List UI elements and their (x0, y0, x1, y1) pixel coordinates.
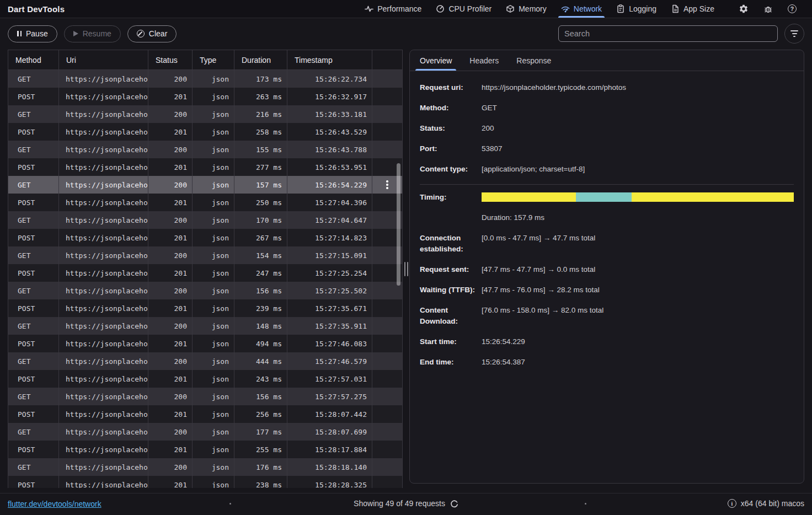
detail-value: 15:26:54.229 (482, 336, 525, 347)
cell-type: json (193, 229, 234, 246)
cell-status: 201 (148, 335, 193, 352)
cell-status: 201 (148, 194, 193, 211)
cell-status: 201 (148, 88, 193, 105)
tab-memory[interactable]: Memory (499, 0, 554, 18)
row-menu-icon[interactable] (386, 180, 388, 189)
clear-button[interactable]: Clear (127, 25, 177, 42)
tab-app-size[interactable]: App Size (664, 0, 722, 18)
cell-status: 200 (148, 246, 193, 264)
table-row[interactable]: POSThttps://jsonplaceholde201json255 ms1… (8, 441, 402, 458)
tab-performance[interactable]: Performance (357, 0, 429, 18)
tab-logging[interactable]: Logging (609, 0, 664, 18)
table-row[interactable]: POSThttps://jsonplaceholde201json494 ms1… (8, 335, 402, 352)
table-row[interactable]: POSThttps://jsonplaceholde201json263 ms1… (8, 88, 402, 105)
table-scrollbar[interactable] (397, 163, 400, 286)
tab-headers[interactable]: Headers (468, 50, 500, 71)
cell-menu (372, 476, 402, 488)
column-header-duration[interactable]: Duration (234, 50, 287, 69)
network-icon (561, 4, 570, 13)
column-header-timestamp[interactable]: Timestamp (287, 50, 372, 69)
detail-value: 200 (482, 123, 494, 134)
cell-duration: 154 ms (234, 246, 287, 264)
table-row[interactable]: GEThttps://jsonplaceholde200json173 ms15… (8, 70, 402, 88)
table-header-row: Method Uri Status Type Duration Timestam… (8, 50, 402, 70)
cell-menu (372, 88, 402, 105)
settings-button[interactable] (731, 0, 756, 18)
table-row[interactable]: POSThttps://jsonplaceholde201json250 ms1… (8, 194, 402, 211)
cell-type: json (193, 105, 234, 123)
cell-type: json (193, 282, 234, 299)
tab-overview[interactable]: Overview (419, 50, 453, 71)
cell-duration: 277 ms (234, 158, 287, 176)
table-row[interactable]: GEThttps://jsonplaceholde200json156 ms15… (8, 388, 402, 405)
cell-method: POST (8, 299, 59, 317)
cell-timestamp: 15:27:57.275 (287, 388, 372, 405)
column-header-method[interactable]: Method (8, 50, 59, 69)
cell-duration: 256 ms (234, 405, 287, 423)
column-header-type[interactable]: Type (193, 50, 234, 69)
filter-button[interactable] (784, 24, 804, 44)
refresh-icon[interactable] (450, 500, 458, 508)
detail-row: Content type:[application/json; charset=… (420, 164, 794, 175)
timing-row: Timing: (420, 192, 794, 203)
cell-type: json (193, 246, 234, 264)
table-row[interactable]: GEThttps://jsonplaceholde200json176 ms15… (8, 458, 402, 476)
table-row[interactable]: POSThttps://jsonplaceholde201json277 ms1… (8, 158, 402, 176)
cell-menu (372, 335, 402, 352)
cell-timestamp: 15:27:25.502 (287, 282, 372, 299)
table-row[interactable]: POSThttps://jsonplaceholde201json267 ms1… (8, 229, 402, 246)
cell-timestamp: 15:26:32.917 (287, 88, 372, 105)
table-row[interactable]: POSThttps://jsonplaceholde201json243 ms1… (8, 370, 402, 388)
search-input[interactable] (558, 25, 778, 42)
tab-network[interactable]: Network (554, 0, 609, 18)
table-row[interactable]: GEThttps://jsonplaceholde200json157 ms15… (8, 176, 402, 194)
cell-method: GET (8, 352, 59, 370)
cell-status: 200 (148, 423, 193, 441)
resume-button[interactable]: Resume (64, 25, 121, 42)
panel-splitter[interactable] (403, 50, 409, 488)
tab-label: Logging (629, 4, 656, 13)
cell-status: 200 (148, 388, 193, 405)
help-button[interactable]: ? (780, 0, 804, 18)
table-row[interactable]: GEThttps://jsonplaceholde200json156 ms15… (8, 282, 402, 299)
cell-menu (372, 441, 402, 458)
devtools-docs-link[interactable]: flutter.dev/devtools/network (8, 500, 101, 508)
cell-uri: https://jsonplaceholde (59, 458, 148, 476)
table-row[interactable]: GEThttps://jsonplaceholde200json444 ms15… (8, 352, 402, 370)
cell-method: GET (8, 423, 59, 441)
table-row[interactable]: POSThttps://jsonplaceholde201json256 ms1… (8, 405, 402, 423)
table-row[interactable]: GEThttps://jsonplaceholde200json170 ms15… (8, 211, 402, 229)
table-row[interactable]: GEThttps://jsonplaceholde200json177 ms15… (8, 423, 402, 441)
cell-timestamp: 15:27:35.671 (287, 299, 372, 317)
cell-duration: 258 ms (234, 123, 287, 141)
cell-menu (372, 352, 402, 370)
cell-timestamp: 15:28:18.140 (287, 458, 372, 476)
table-row[interactable]: GEThttps://jsonplaceholde200json148 ms15… (8, 317, 402, 335)
cell-method: POST (8, 335, 59, 352)
cell-duration: 494 ms (234, 335, 287, 352)
play-icon (73, 31, 78, 36)
tab-cpu-profiler[interactable]: CPU Profiler (429, 0, 499, 18)
table-row[interactable]: GEThttps://jsonplaceholde200json154 ms15… (8, 246, 402, 264)
cell-status: 201 (148, 229, 193, 246)
cell-menu (372, 70, 402, 88)
cell-duration: 247 ms (234, 264, 287, 282)
cell-uri: https://jsonplaceholde (59, 264, 148, 282)
table-row[interactable]: POSThttps://jsonplaceholde201json258 ms1… (8, 123, 402, 141)
column-header-status[interactable]: Status (148, 50, 193, 69)
tab-response[interactable]: Response (515, 50, 552, 71)
table-row[interactable]: POSThttps://jsonplaceholde201json238 ms1… (8, 476, 402, 488)
table-row[interactable]: POSThttps://jsonplaceholde201json247 ms1… (8, 264, 402, 282)
detail-value: GET (482, 103, 497, 114)
pause-button[interactable]: Pause (8, 25, 57, 42)
table-row[interactable]: POSThttps://jsonplaceholde201json239 ms1… (8, 299, 402, 317)
table-row[interactable]: GEThttps://jsonplaceholde200json216 ms15… (8, 105, 402, 123)
cell-duration: 170 ms (234, 211, 287, 229)
cell-type: json (193, 476, 234, 488)
pause-label: Pause (26, 29, 48, 38)
cell-timestamp: 15:26:43.529 (287, 123, 372, 141)
column-header-uri[interactable]: Uri (59, 50, 148, 69)
table-row[interactable]: GEThttps://jsonplaceholde200json155 ms15… (8, 141, 402, 158)
report-bug-button[interactable] (756, 0, 780, 18)
info-icon[interactable]: i (728, 499, 736, 508)
